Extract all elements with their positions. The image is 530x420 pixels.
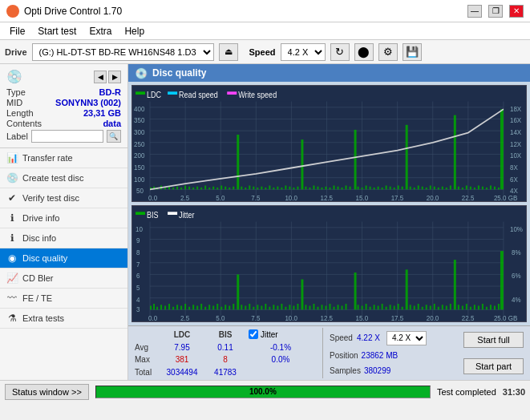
speed-value: 4.22 X (357, 333, 380, 342)
sidebar-item-drive-info-label: Drive info (22, 213, 59, 223)
svg-rect-196 (172, 307, 174, 310)
svg-text:Jitter: Jitter (179, 210, 195, 220)
svg-text:12.5: 12.5 (320, 193, 333, 201)
svg-text:15.0: 15.0 (356, 193, 369, 201)
stats-total-row: Total 3034494 41783 (135, 368, 313, 377)
disc-label-btn[interactable]: 🔍 (107, 130, 121, 143)
svg-text:18X: 18X (510, 104, 521, 113)
extra-tests-icon: ⚗ (6, 313, 18, 324)
sidebar-item-disc-quality-label: Disc quality (22, 253, 67, 263)
restore-button[interactable]: ❐ (488, 5, 503, 18)
svg-rect-268 (466, 304, 467, 309)
svg-text:5.0: 5.0 (216, 313, 225, 321)
svg-rect-249 (390, 305, 391, 309)
sidebar-item-cd-bler[interactable]: 📈 CD Bler (0, 269, 127, 289)
sidebar-item-extra-tests[interactable]: ⚗ Extra tests (0, 309, 127, 329)
svg-text:8X: 8X (510, 163, 518, 172)
svg-text:17.5: 17.5 (391, 313, 404, 321)
start-part-button[interactable]: Start part (463, 358, 524, 374)
sidebar-item-drive-info[interactable]: ℹ Drive info (0, 208, 127, 228)
sidebar-item-disc-info-label: Disc info (22, 233, 56, 243)
svg-rect-246 (378, 305, 379, 309)
disc-label-row: Label 🔍 (6, 130, 121, 143)
svg-rect-63 (184, 185, 186, 189)
panel-header: 💿 Disc quality (128, 64, 530, 82)
sidebar-item-create-test-disc-label: Create test disc (22, 173, 83, 183)
svg-rect-220 (269, 307, 270, 310)
menu-start-test[interactable]: Start test (31, 24, 83, 38)
svg-rect-254 (410, 305, 411, 309)
svg-text:BIS: BIS (147, 210, 159, 220)
svg-rect-212 (237, 274, 239, 309)
record-button[interactable]: ⬤ (354, 43, 374, 61)
svg-rect-67 (200, 188, 202, 189)
eject-button[interactable]: ⏏ (219, 43, 238, 61)
svg-rect-205 (208, 305, 210, 309)
svg-rect-112 (382, 188, 383, 189)
statusbar: Status window >> 100.0% Test completed 3… (0, 380, 530, 402)
svg-rect-113 (386, 185, 387, 189)
sidebar-item-transfer-rate[interactable]: 📊 Transfer rate (0, 148, 127, 168)
svg-text:12.5: 12.5 (320, 313, 333, 321)
disc-mid-label: MID (6, 98, 22, 107)
speed-inline-select[interactable]: 4.2 X (386, 331, 427, 345)
speed-select[interactable]: 4.2 X (281, 43, 326, 61)
app-logo (6, 5, 19, 18)
svg-rect-217 (257, 305, 258, 309)
svg-rect-100 (334, 185, 335, 189)
start-full-button[interactable]: Start full (463, 332, 524, 348)
settings-button[interactable]: ⚙ (378, 43, 398, 61)
disc-info-icon: ℹ (6, 232, 18, 244)
menu-file[interactable]: File (3, 24, 31, 38)
svg-rect-104 (350, 187, 351, 190)
svg-text:Write speed: Write speed (238, 90, 277, 99)
avg-ldc: 7.95 (162, 343, 202, 352)
action-buttons: Start full Start part (463, 328, 524, 378)
save-button[interactable]: 💾 (403, 43, 422, 61)
jitter-checkbox[interactable] (249, 329, 258, 339)
status-window-button[interactable]: Status window >> (5, 384, 89, 400)
svg-rect-207 (216, 304, 218, 309)
svg-text:8: 8 (136, 248, 140, 256)
sidebar-item-verify-test-disc[interactable]: ✔ Verify test disc (0, 188, 127, 208)
menu-extra[interactable]: Extra (83, 24, 118, 38)
svg-text:LDC: LDC (147, 90, 161, 99)
svg-rect-93 (305, 187, 306, 190)
position-row: Position 23862 MB (330, 351, 427, 360)
svg-rect-64 (188, 187, 190, 190)
disc-prev-button[interactable]: ◀ (94, 71, 107, 83)
samples-value: 380299 (364, 366, 390, 375)
sidebar-item-disc-info[interactable]: ℹ Disc info (0, 228, 127, 248)
sidebar-item-create-test-disc[interactable]: 💿 Create test disc (0, 168, 127, 188)
titlebar-left: Opti Drive Control 1.70 (6, 5, 122, 18)
svg-rect-96 (317, 187, 318, 190)
svg-text:25.0 GB: 25.0 GB (494, 193, 517, 201)
disc-label-input[interactable] (31, 130, 103, 143)
svg-rect-237 (338, 305, 339, 309)
disc-next-button[interactable]: ▶ (108, 71, 121, 83)
svg-rect-259 (430, 305, 431, 309)
sidebar-item-extra-tests-label: Extra tests (22, 313, 64, 323)
svg-text:7.5: 7.5 (251, 313, 260, 321)
jitter-header: Jitter (261, 330, 278, 339)
menu-help[interactable]: Help (118, 24, 151, 38)
drive-select[interactable]: (G:) HL-DT-ST BD-RE WH16NS48 1.D3 (32, 43, 214, 61)
svg-rect-225 (289, 305, 290, 309)
sidebar-item-fe-te[interactable]: 〰 FE / TE (0, 289, 127, 309)
svg-text:9: 9 (136, 236, 140, 245)
minimize-button[interactable]: — (467, 5, 482, 18)
speed-label: Speed (330, 333, 354, 342)
svg-rect-98 (325, 187, 326, 190)
svg-text:15.0: 15.0 (356, 313, 369, 321)
svg-rect-82 (261, 187, 262, 190)
refresh-button[interactable]: ↻ (330, 43, 350, 61)
svg-rect-74 (229, 188, 230, 189)
sidebar-item-disc-quality[interactable]: ◉ Disc quality (0, 248, 127, 269)
svg-rect-111 (378, 187, 379, 190)
close-button[interactable]: ✕ (509, 5, 524, 18)
svg-rect-257 (422, 307, 423, 310)
disc-contents-value: data (103, 119, 121, 128)
status-time: 31:30 (503, 387, 525, 397)
svg-rect-255 (414, 305, 415, 309)
disc-label-label: Label (6, 131, 28, 141)
